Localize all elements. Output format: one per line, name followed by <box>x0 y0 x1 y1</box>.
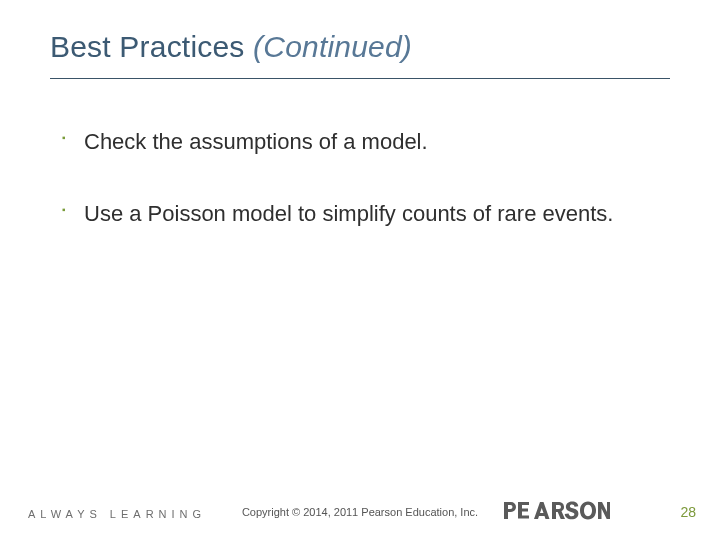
brand-logo <box>500 500 610 522</box>
title-block: Best Practices (Continued) <box>50 30 412 64</box>
bullet-text: Check the assumptions of a model. <box>84 129 428 154</box>
slide-body: Check the assumptions of a model. Use a … <box>60 128 660 271</box>
copyright: Copyright © 2014, 2011 Pearson Education… <box>0 506 720 518</box>
title-suffix: (Continued) <box>253 30 412 63</box>
page-number: 28 <box>680 504 696 520</box>
title-main: Best Practices <box>50 30 253 63</box>
list-item: Use a Poisson model to simplify counts o… <box>60 200 660 228</box>
footer: ALWAYS LEARNING Copyright © 2014, 2011 P… <box>0 496 720 522</box>
slide-title: Best Practices (Continued) <box>50 30 412 64</box>
slide: { "title": { "main": "Best Practices ", … <box>0 0 720 540</box>
title-underline <box>50 78 670 79</box>
bullet-text: Use a Poisson model to simplify counts o… <box>84 201 613 226</box>
list-item: Check the assumptions of a model. <box>60 128 660 156</box>
bullet-list: Check the assumptions of a model. Use a … <box>60 128 660 227</box>
pearson-wordmark-icon <box>500 500 610 522</box>
